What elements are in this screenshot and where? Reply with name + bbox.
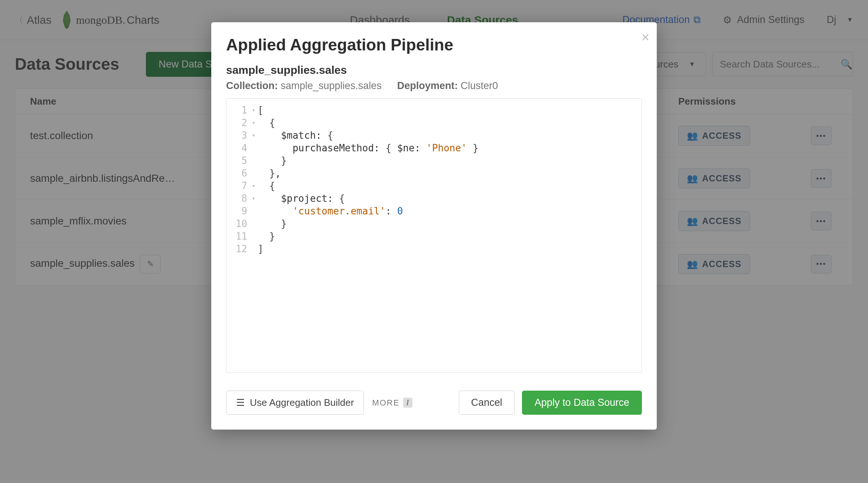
modal-overlay[interactable]: Applied Aggregation Pipeline sample_supp… [0,0,868,483]
deployment-label: Deployment: [397,80,458,91]
line-number: 2 [226,116,249,129]
line-number: 4 [226,142,249,154]
deployment-value: Cluster0 [461,80,498,91]
close-icon[interactable]: × [642,30,649,45]
code-text: $match: { [258,129,333,142]
line-number: 7 [226,180,249,192]
fold-icon [249,205,258,217]
line-number: 6 [226,167,249,180]
code-text: [ [258,104,264,116]
more-label[interactable]: MORE i [372,398,412,408]
modal-footer: ☰ Use Aggregation Builder MORE i Cancel … [226,391,642,415]
code-text: ] [258,243,264,255]
apply-button[interactable]: Apply to Data Source [522,391,642,415]
code-text: } [258,217,287,230]
fold-icon[interactable]: ▾ [249,116,258,129]
code-line[interactable]: 2▾ { [226,116,642,129]
aggregation-pipeline-modal: Applied Aggregation Pipeline sample_supp… [211,22,657,430]
code-line[interactable]: 1▾[ [226,104,642,116]
code-line[interactable]: 11 } [226,230,642,243]
code-line[interactable]: 10 } [226,217,642,230]
builder-label: Use Aggregation Builder [250,397,354,408]
fold-icon [249,230,258,243]
modal-meta: Collection: sample_supplies.sales Deploy… [226,80,642,92]
code-text: purchaseMethod: { $ne: 'Phone' } [258,142,479,154]
collection-label: Collection: [226,80,278,91]
fold-icon [249,243,258,255]
fold-icon [249,154,258,167]
info-icon: i [403,398,412,408]
line-number: 12 [226,243,249,255]
code-line[interactable]: 4 purchaseMethod: { $ne: 'Phone' } [226,142,642,154]
line-number: 1 [226,104,249,116]
line-number: 3 [226,129,249,142]
code-text: $project: { [258,192,345,205]
cancel-button[interactable]: Cancel [459,391,515,415]
modal-source-name: sample_supplies.sales [226,64,642,76]
code-line[interactable]: 6 }, [226,167,642,180]
fold-icon[interactable]: ▾ [249,129,258,142]
code-editor[interactable]: 1▾[2▾ {3▾ $match: {4 purchaseMethod: { $… [226,98,642,373]
code-text: }, [258,167,281,180]
code-line[interactable]: 3▾ $match: { [226,129,642,142]
fold-icon[interactable]: ▾ [249,192,258,205]
line-number: 11 [226,230,249,243]
line-number: 8 [226,192,249,205]
fold-icon [249,217,258,230]
code-line[interactable]: 8▾ $project: { [226,192,642,205]
use-aggregation-builder-button[interactable]: ☰ Use Aggregation Builder [226,391,364,415]
code-text: { [258,180,275,192]
code-text: { [258,116,275,129]
line-number: 5 [226,154,249,167]
collection-value: sample_supplies.sales [281,80,382,91]
fold-icon[interactable]: ▾ [249,104,258,116]
modal-title: Applied Aggregation Pipeline [226,36,642,54]
line-number: 9 [226,205,249,217]
list-icon: ☰ [236,397,245,408]
fold-icon [249,142,258,154]
fold-icon [249,167,258,180]
line-number: 10 [226,217,249,230]
code-text: } [258,230,275,243]
code-line[interactable]: 9 'customer.email': 0 [226,205,642,217]
code-line[interactable]: 7▾ { [226,180,642,192]
code-text: } [258,154,287,167]
code-text: 'customer.email': 0 [258,205,403,217]
fold-icon[interactable]: ▾ [249,180,258,192]
code-line[interactable]: 5 } [226,154,642,167]
code-line[interactable]: 12] [226,243,642,255]
